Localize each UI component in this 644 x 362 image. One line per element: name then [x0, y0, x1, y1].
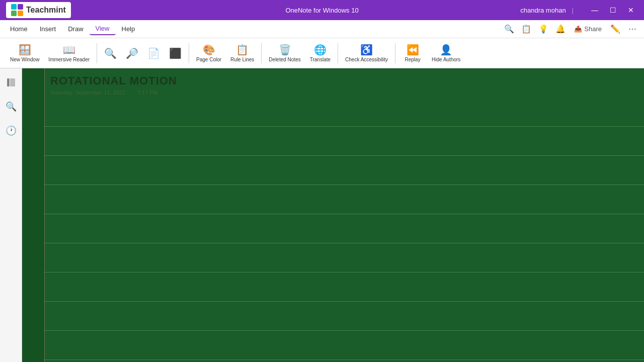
rule-lines-label: Rule Lines	[230, 57, 254, 62]
svg-rect-4	[7, 78, 9, 86]
page-color-icon: 🎨	[203, 44, 215, 56]
page-date-area: Saturday, September 11, 2021 7:17 PM	[50, 89, 177, 96]
replay-label: Replay	[405, 57, 421, 62]
title-bar-left: Teachmint	[6, 2, 71, 18]
search-notes-icon[interactable]: 🔍	[502, 22, 517, 36]
check-accessibility-label: Check Accessibility	[345, 57, 388, 62]
deleted-notes-icon: 🗑️	[279, 44, 291, 56]
immersive-reader-button[interactable]: 📖 Immersive Reader	[44, 40, 94, 66]
menu-view[interactable]: View	[90, 23, 116, 35]
hide-authors-button[interactable]: 👤 Hide Authors	[428, 40, 464, 66]
page-color-label: Page Color	[196, 57, 221, 62]
sketch-icon[interactable]: 💡	[536, 22, 551, 36]
translate-icon: 🌐	[314, 44, 327, 56]
ruled-line-3	[22, 156, 644, 185]
ruled-line-2	[22, 127, 644, 156]
translate-button[interactable]: 🌐 Translate	[306, 40, 335, 66]
sidebar-notebooks-icon[interactable]	[3, 74, 19, 90]
title-bar-right: chandra mohan | — ☐ ✕	[520, 3, 638, 17]
page-content: ROTATIONAL MOTION Saturday, September 11…	[22, 68, 644, 362]
translate-label: Translate	[310, 57, 331, 62]
ribbon-divider-4	[338, 43, 338, 63]
full-page-button[interactable]: ⬛	[165, 40, 186, 66]
notebook-icon[interactable]: 📋	[519, 22, 534, 36]
minimize-button[interactable]: —	[588, 3, 602, 17]
page-color-button[interactable]: 🎨 Page Color	[192, 40, 225, 66]
share-label: Share	[584, 25, 602, 33]
username: chandra mohan	[520, 7, 566, 14]
replay-button[interactable]: ⏪ Replay	[398, 40, 427, 66]
hide-authors-icon: 👤	[440, 44, 452, 56]
hide-authors-label: Hide Authors	[432, 57, 460, 62]
maximize-button[interactable]: ☐	[606, 3, 620, 17]
menu-help[interactable]: Help	[116, 23, 141, 35]
ruled-line-9	[22, 331, 644, 360]
zoom-out-button[interactable]: 🔍	[100, 40, 121, 66]
share-button[interactable]: 📤 Share	[570, 23, 606, 35]
bell-icon[interactable]: 🔔	[553, 22, 568, 36]
page-time: 7:17 PM	[137, 89, 158, 96]
full-page-icon: ⬛	[169, 47, 182, 59]
new-window-icon: 🪟	[19, 44, 31, 56]
menu-draw[interactable]: Draw	[62, 23, 89, 35]
ribbon: 🪟 New Window 📖 Immersive Reader 🔍 🔎 📄 ⬛ …	[0, 38, 644, 68]
menu-insert[interactable]: Insert	[34, 23, 62, 35]
app-title: OneNote for Windows 10	[285, 7, 358, 14]
new-window-label: New Window	[10, 57, 39, 62]
zoom-in-button[interactable]: 🔎	[122, 40, 142, 66]
ruled-line-4	[22, 185, 644, 214]
notebook-tab	[22, 68, 44, 362]
separator: |	[572, 7, 574, 14]
deleted-notes-button[interactable]: 🗑️ Deleted Notes	[265, 40, 304, 66]
menu-home[interactable]: Home	[4, 23, 34, 35]
rule-lines-button[interactable]: 📋 Rule Lines	[226, 40, 258, 66]
deleted-notes-label: Deleted Notes	[269, 57, 300, 62]
ruled-lines	[22, 68, 644, 362]
check-accessibility-icon: ♿	[360, 44, 373, 56]
teachmint-logo: Teachmint	[6, 2, 71, 18]
page-title-area: ROTATIONAL MOTION Saturday, September 11…	[50, 74, 177, 96]
zoom-in-icon: 🔎	[126, 47, 138, 59]
fit-page-button[interactable]: 📄	[143, 40, 164, 66]
main-content[interactable]: ROTATIONAL MOTION Saturday, September 11…	[22, 68, 644, 362]
check-accessibility-button[interactable]: ♿ Check Accessibility	[341, 40, 392, 66]
replay-icon: ⏪	[407, 44, 419, 56]
menu-bar-right: 🔍 📋 💡 🔔 📤 Share ✏️ ⋯	[502, 22, 640, 36]
new-window-button[interactable]: 🪟 New Window	[6, 40, 43, 66]
logo-text: Teachmint	[26, 6, 66, 15]
title-bar: Teachmint OneNote for Windows 10 chandra…	[0, 0, 644, 20]
immersive-reader-label: Immersive Reader	[48, 57, 90, 62]
app-body: 🔍 🕐 ROTATIONAL MOTION	[0, 68, 644, 362]
more-icon[interactable]: ⋯	[625, 22, 640, 36]
immersive-reader-icon: 📖	[63, 44, 75, 56]
page-title: ROTATIONAL MOTION	[50, 74, 177, 87]
svg-rect-3	[18, 11, 23, 16]
pen-icon[interactable]: ✏️	[608, 22, 623, 36]
page-margin-line	[44, 68, 45, 362]
share-icon: 📤	[574, 25, 582, 33]
sidebar-search-icon[interactable]: 🔍	[3, 99, 19, 115]
window-controls: — ☐ ✕	[588, 3, 638, 17]
close-button[interactable]: ✕	[624, 3, 638, 17]
sidebar-history-icon[interactable]: 🕐	[3, 123, 19, 139]
svg-rect-1	[18, 4, 23, 10]
ribbon-divider-3	[261, 43, 262, 63]
left-sidebar: 🔍 🕐	[0, 68, 22, 362]
ruled-line-8	[22, 302, 644, 331]
ruled-line-7	[22, 273, 644, 302]
svg-rect-2	[11, 11, 17, 16]
svg-rect-0	[11, 4, 17, 10]
zoom-out-icon: 🔍	[104, 47, 117, 59]
rule-lines-icon: 📋	[236, 44, 249, 56]
ribbon-divider-2	[189, 43, 189, 63]
ribbon-divider-5	[395, 43, 395, 63]
menu-bar: Home Insert Draw View Help 🔍 📋 💡 🔔 📤 Sha…	[0, 20, 644, 38]
teachmint-logo-icon	[11, 4, 23, 16]
page-date: Saturday, September 11, 2021	[50, 89, 125, 96]
svg-rect-5	[10, 78, 15, 86]
ruled-line-5	[22, 214, 644, 243]
fit-page-icon: 📄	[147, 47, 160, 59]
ruled-line-6	[22, 243, 644, 273]
ribbon-divider-1	[97, 43, 97, 63]
